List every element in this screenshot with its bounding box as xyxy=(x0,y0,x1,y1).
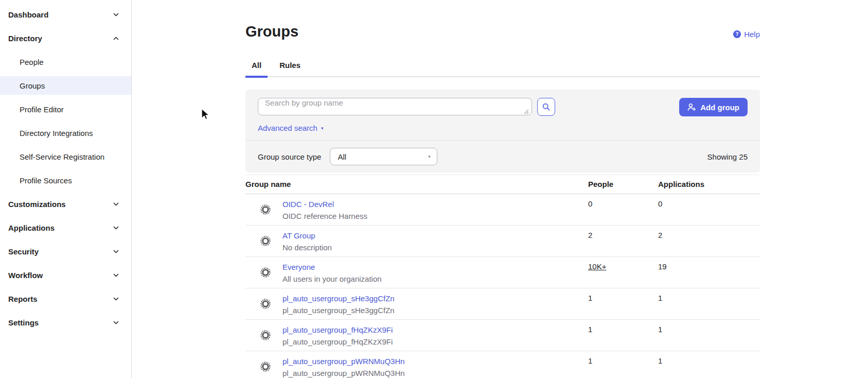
group-name-link[interactable]: AT Group xyxy=(282,231,332,240)
caret-down-icon: ▾ xyxy=(321,126,324,131)
sidebar-item-security[interactable]: Security xyxy=(0,242,131,261)
chevron-down-icon xyxy=(112,271,120,279)
sidebar-item-label: Directory Integrations xyxy=(20,129,93,138)
filter-panel: Add group Advanced search ▾ Group source… xyxy=(245,90,760,173)
applications-count: 1 xyxy=(658,288,760,319)
chevron-down-icon xyxy=(112,200,120,208)
app-window: Dashboard Directory People Groups Profil… xyxy=(0,0,868,378)
main-content: Groups ? Help All Rules xyxy=(132,0,868,378)
group-description: No description xyxy=(282,243,332,252)
sidebar-item-profile-sources[interactable]: Profile Sources xyxy=(0,171,131,190)
chevron-down-icon xyxy=(112,248,120,255)
sidebar-item-label: Security xyxy=(8,247,39,256)
page-header: Groups ? Help xyxy=(245,23,760,40)
column-header-people: People xyxy=(588,175,658,194)
sidebar-item-label: Customizations xyxy=(8,200,66,209)
table-header: Group name People Applications xyxy=(245,175,760,194)
sidebar-item-label: Reports xyxy=(8,295,38,303)
sidebar-item-settings[interactable]: Settings xyxy=(0,313,131,332)
tab-all[interactable]: All xyxy=(245,61,268,78)
search-icon xyxy=(542,102,551,111)
people-count: 1 xyxy=(588,320,658,351)
search-input[interactable] xyxy=(258,98,532,115)
sidebar-item-label: Profile Sources xyxy=(20,176,72,185)
chevron-down-icon xyxy=(112,295,120,303)
applications-count: 1 xyxy=(658,320,760,351)
people-count: 0 xyxy=(588,194,658,225)
group-source-type-label: Group source type xyxy=(258,152,321,161)
group-sunburst-icon xyxy=(260,235,271,247)
sidebar-item-directory-integrations[interactable]: Directory Integrations xyxy=(0,124,131,142)
sidebar-item-label: People xyxy=(20,58,44,66)
group-description: OIDC reference Harness xyxy=(282,211,367,221)
sidebar-item-profile-editor[interactable]: Profile Editor xyxy=(0,100,131,118)
group-name-link[interactable]: pl_auto_usergroup_sHe3ggCfZn xyxy=(282,294,395,303)
group-sunburst-icon xyxy=(260,267,271,278)
applications-count: 2 xyxy=(658,226,760,256)
tab-rules[interactable]: Rules xyxy=(273,61,307,78)
caret-down-icon: ▼ xyxy=(427,154,431,159)
group-description: All users in your organization xyxy=(282,274,382,284)
group-sunburst-icon xyxy=(260,298,271,310)
chevron-down-icon xyxy=(112,319,120,327)
chevron-down-icon xyxy=(112,224,120,232)
group-name-link[interactable]: Everyone xyxy=(282,262,382,272)
table-row: pl_auto_usergroup_fHqZKzX9Fi pl_auto_use… xyxy=(245,320,760,351)
page-title: Groups xyxy=(245,23,298,40)
sidebar-item-dashboard[interactable]: Dashboard xyxy=(0,5,131,24)
advanced-search-link[interactable]: Advanced search ▾ xyxy=(258,124,323,132)
applications-count: 1 xyxy=(658,351,760,378)
chevron-up-icon xyxy=(112,35,120,42)
sidebar-item-people[interactable]: People xyxy=(0,53,131,71)
search-button[interactable] xyxy=(537,98,555,116)
people-count: 2 xyxy=(588,226,658,256)
column-header-group-name: Group name xyxy=(245,175,588,194)
sidebar-item-directory[interactable]: Directory xyxy=(0,29,131,47)
table-row: OIDC - DevRel OIDC reference Harness 0 0 xyxy=(245,194,760,226)
group-name-link[interactable]: pl_auto_usergroup_fHqZKzX9Fi xyxy=(282,325,393,335)
group-name-link[interactable]: pl_auto_usergroup_pWRNMuQ3Hn xyxy=(282,356,405,366)
sidebar-item-label: Applications xyxy=(8,224,55,232)
group-source-type-select[interactable]: All ▼ xyxy=(330,148,437,165)
sidebar-item-applications[interactable]: Applications xyxy=(0,218,131,237)
select-value: All xyxy=(338,152,346,161)
table-row: pl_auto_usergroup_sHe3ggCfZn pl_auto_use… xyxy=(245,288,760,320)
groups-table: Group name People Applications OIDC - De… xyxy=(245,175,760,378)
table-row: AT Group No description 2 2 xyxy=(245,226,760,257)
group-description: pl_auto_usergroup_sHe3ggCfZn xyxy=(282,305,395,315)
group-sunburst-icon xyxy=(260,204,271,215)
add-group-button[interactable]: Add group xyxy=(679,98,748,116)
question-mark-icon: ? xyxy=(733,30,741,38)
group-name-link[interactable]: OIDC - DevRel xyxy=(282,199,367,209)
table-row: pl_auto_usergroup_pWRNMuQ3Hn pl_auto_use… xyxy=(245,351,760,378)
people-count-link[interactable]: 10K+ xyxy=(588,257,658,288)
sidebar-item-label: Settings xyxy=(8,318,39,327)
add-group-label: Add group xyxy=(700,103,739,112)
sidebar-item-label: Directory xyxy=(8,34,42,43)
sidebar-item-label: Self-Service Registration xyxy=(20,152,104,161)
showing-count: Showing 25 xyxy=(707,152,748,161)
tab-bar: All Rules xyxy=(245,61,760,77)
sidebar-item-workflow[interactable]: Workflow xyxy=(0,266,131,284)
applications-count: 19 xyxy=(658,257,760,288)
chevron-down-icon xyxy=(112,11,120,19)
sidebar-item-label: Profile Editor xyxy=(20,105,64,114)
group-sunburst-icon xyxy=(260,330,271,341)
help-link[interactable]: ? Help xyxy=(733,30,760,39)
people-count: 1 xyxy=(588,351,658,378)
sidebar-item-label: Workflow xyxy=(8,271,43,280)
group-description: pl_auto_usergroup_pWRNMuQ3Hn xyxy=(282,368,405,378)
people-count: 1 xyxy=(588,288,658,319)
sidebar: Dashboard Directory People Groups Profil… xyxy=(0,0,132,378)
table-row: Everyone All users in your organization … xyxy=(245,257,760,288)
sidebar-item-groups[interactable]: Groups xyxy=(0,76,131,95)
sidebar-item-self-service-registration[interactable]: Self-Service Registration xyxy=(0,147,131,166)
sidebar-item-reports[interactable]: Reports xyxy=(0,289,131,308)
sidebar-item-customizations[interactable]: Customizations xyxy=(0,195,131,213)
search-box xyxy=(258,98,532,117)
person-plus-icon xyxy=(687,103,696,111)
applications-count: 0 xyxy=(658,194,760,225)
help-label: Help xyxy=(744,30,760,39)
column-header-applications: Applications xyxy=(658,175,760,194)
sidebar-item-label: Groups xyxy=(20,81,45,90)
